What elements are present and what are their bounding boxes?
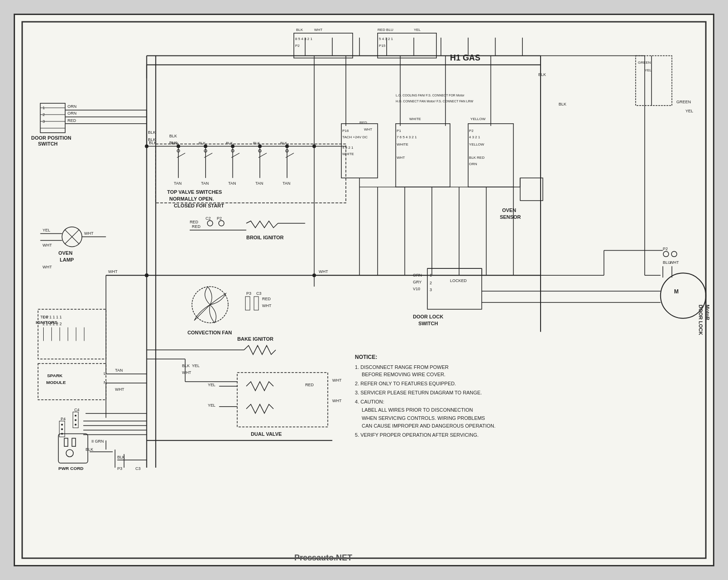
svg-point-161	[61, 424, 63, 426]
svg-text:4.  CAUTION:: 4. CAUTION:	[355, 399, 384, 404]
svg-text:CLOSED FOR START: CLOSED FOR START	[174, 203, 224, 208]
svg-text:PWR CORD: PWR CORD	[58, 466, 83, 471]
svg-text:GREEN: GREEN	[677, 100, 691, 104]
svg-text:YELLOW: YELLOW	[469, 142, 485, 146]
svg-text:BLK: BLK	[559, 102, 566, 106]
svg-text:WHITE: WHITE	[397, 142, 409, 146]
svg-text:SENSOR: SENSOR	[500, 214, 521, 220]
svg-text:P1: P1	[397, 129, 401, 133]
svg-text:WHT: WHT	[43, 265, 52, 269]
svg-text:WHT: WHT	[84, 231, 94, 236]
svg-text:WHT: WHT	[332, 398, 342, 403]
svg-text:BLK: BLK	[280, 141, 288, 145]
svg-text:BLK: BLK	[296, 28, 303, 32]
svg-text:NOTICE:: NOTICE:	[355, 354, 377, 360]
svg-text:BLK: BLK	[148, 130, 156, 135]
svg-text:7 6 5 4 3 2 1: 7 6 5 4 3 2 1	[397, 135, 417, 139]
svg-text:IGNITORS: IGNITORS	[36, 320, 58, 325]
svg-text:3: 3	[43, 119, 45, 124]
svg-text:Pressauto.NET: Pressauto.NET	[294, 553, 352, 562]
svg-text:MotoR: MotoR	[705, 305, 710, 320]
svg-rect-0	[15, 15, 713, 565]
svg-text:GREEN: GREEN	[638, 61, 651, 65]
svg-point-263	[313, 145, 316, 148]
svg-text:ORN: ORN	[469, 162, 477, 166]
svg-text:LOCKED: LOCKED	[450, 278, 467, 283]
svg-text:NORMALLY OPEN.: NORMALLY OPEN.	[169, 196, 214, 202]
svg-text:P2: P2	[469, 129, 474, 133]
svg-text:WHT: WHT	[364, 127, 372, 131]
svg-text:WHEN SERVICING CONTROLS. WIRIN: WHEN SERVICING CONTROLS. WIRING PROBLEMS	[362, 415, 485, 421]
svg-text:ORN: ORN	[67, 111, 76, 116]
svg-text:II GRN: II GRN	[91, 439, 104, 444]
svg-text:ORN: ORN	[67, 104, 76, 109]
svg-text:3.  SERVICER PLEASE RETURN DIA: 3. SERVICER PLEASE RETURN DIAGRAM TO RAN…	[355, 390, 482, 395]
svg-text:TOP VALVE SWITCHES: TOP VALVE SWITCHES	[167, 189, 222, 195]
svg-text:BLK: BLK	[148, 137, 156, 142]
svg-text:H1 GAS: H1 GAS	[450, 53, 480, 62]
svg-point-262	[145, 273, 148, 277]
svg-text:YEL: YEL	[208, 403, 216, 408]
svg-text:DUAL VALVE: DUAL VALVE	[251, 431, 282, 437]
svg-text:SPARK: SPARK	[47, 373, 63, 378]
svg-point-164	[75, 415, 76, 417]
svg-text:5.  VERIFY PROPER OPERATION AF: 5. VERIFY PROPER OPERATION AFTER SERVICI…	[355, 432, 479, 438]
svg-text:P16: P16	[342, 129, 349, 133]
svg-text:C3: C3	[256, 291, 261, 296]
svg-text:RED: RED	[192, 224, 201, 229]
svg-text:RED: RED	[305, 383, 314, 387]
svg-text:C3: C3	[135, 466, 140, 471]
diagram-area: 1 2 3 DOOR POSITION SWITCH ORN ORN RED B…	[15, 15, 713, 565]
svg-text:V10: V10	[413, 287, 420, 291]
svg-text:WHT: WHT	[397, 156, 405, 160]
svg-text:CONVECTION FAN: CONVECTION FAN	[187, 330, 232, 335]
svg-text:WHT: WHT	[262, 303, 272, 308]
svg-text:1: 1	[43, 106, 45, 110]
page-container: 1 2 3 DOOR POSITION SWITCH ORN ORN RED B…	[14, 14, 714, 566]
svg-text:5 4 3 2 1: 5 4 3 2 1	[379, 37, 394, 41]
svg-text:P3: P3	[117, 466, 122, 471]
svg-text:TAN: TAN	[228, 181, 236, 186]
svg-text:H.O. CONNECT FAN Motor/ F.S. C: H.O. CONNECT FAN Motor/ F.S. CONNECT FAN…	[396, 100, 474, 103]
svg-text:BLK: BLK	[538, 72, 546, 77]
svg-text:WHITE: WHITE	[410, 117, 421, 121]
svg-text:TACH +24V DC: TACH +24V DC	[342, 135, 368, 139]
svg-text:DOOR POSITION: DOOR POSITION	[31, 135, 71, 141]
svg-text:BROIL IGNITOR: BROIL IGNITOR	[246, 235, 283, 240]
svg-text:SWITCH: SWITCH	[418, 321, 438, 326]
wiring-diagram-svg: 1 2 3 DOOR POSITION SWITCH ORN ORN RED B…	[15, 15, 713, 565]
svg-text:BLK: BLK	[182, 363, 190, 368]
svg-text:SWITCH: SWITCH	[38, 141, 58, 146]
svg-text:RED: RED	[190, 220, 198, 224]
svg-text:WHT: WHT	[108, 269, 118, 274]
svg-text:2.  REFER ONLY TO FEATURES EQU: 2. REFER ONLY TO FEATURES EQUIPPED.	[355, 381, 456, 386]
svg-text:YEL: YEL	[43, 228, 51, 232]
svg-text:WHT: WHT	[182, 370, 192, 375]
svg-text:BLK: BLK	[169, 134, 177, 138]
svg-text:GRY: GRY	[413, 280, 421, 284]
svg-text:YEL: YEL	[414, 28, 421, 32]
svg-text:DOOR LOCK: DOOR LOCK	[413, 314, 443, 319]
svg-text:YEL: YEL	[208, 383, 216, 387]
svg-text:YEL: YEL	[192, 363, 200, 368]
svg-text:WHITE: WHITE	[342, 152, 354, 156]
svg-text:P2: P2	[217, 216, 222, 221]
svg-text:BLK: BLK	[199, 141, 206, 145]
svg-text:RED: RED	[67, 118, 76, 123]
svg-text:RED BLU: RED BLU	[378, 28, 394, 32]
svg-point-162	[61, 428, 63, 430]
svg-point-163	[61, 433, 63, 434]
svg-text:RED: RED	[359, 121, 367, 125]
svg-text:MODULE: MODULE	[46, 380, 66, 385]
svg-point-165	[75, 419, 76, 421]
svg-text:BLK: BLK	[86, 447, 93, 452]
svg-text:4 3 2 1: 4 3 2 1	[469, 135, 480, 139]
svg-text:N: N	[104, 380, 107, 385]
svg-text:DOOR LOCK: DOOR LOCK	[698, 305, 703, 335]
svg-text:TAN: TAN	[115, 368, 123, 373]
svg-text:WHT: WHT	[318, 269, 328, 274]
svg-text:P2: P2	[663, 247, 668, 251]
svg-text:YELLOW: YELLOW	[470, 117, 486, 121]
svg-text:TAN: TAN	[283, 181, 290, 186]
svg-text:LAMP: LAMP	[60, 257, 74, 262]
